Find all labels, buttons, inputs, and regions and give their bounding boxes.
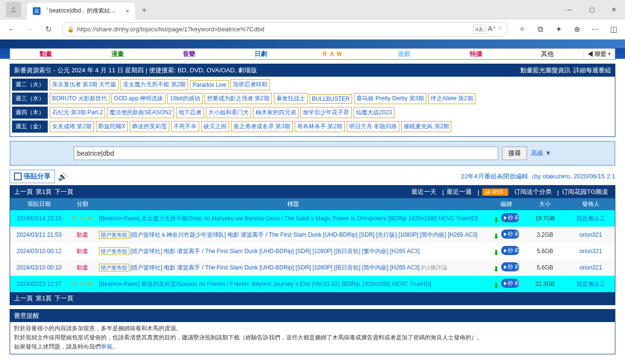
schedule-item[interactable]: 大小姐和看门犬 xyxy=(206,107,251,118)
nav-drama[interactable]: 日劇 xyxy=(225,50,297,58)
title-link[interactable]: [Beatrice-Raws] 圣女魔力无所不能/Seijo no Maryok… xyxy=(99,215,477,222)
sidebar-icon[interactable]: ◫ xyxy=(606,22,621,37)
nav-game[interactable]: 遊戲 xyxy=(368,50,440,58)
schedule-item[interactable]: 暴食狂战士 xyxy=(274,93,308,104)
schedule-item[interactable]: 哥布林杀手 第2期 xyxy=(295,121,345,132)
search-button[interactable]: 搜尋 xyxy=(502,147,527,160)
schedule-item[interactable]: 魔法使的新娘SEASON2 xyxy=(107,107,174,118)
tab-close-icon[interactable]: × xyxy=(125,7,129,15)
schedule-item[interactable]: 催眠麦克风 第2期 xyxy=(401,121,451,132)
reader-icon[interactable]: A⁺ xyxy=(488,25,496,34)
downloads-icon[interactable]: ⊕ xyxy=(569,22,584,37)
report-link[interactable]: 舉報 xyxy=(101,343,112,350)
title-link[interactable]: [猎户篮球社] 电影 灌篮高手 / The First Slam Dunk [U… xyxy=(130,248,420,255)
address-bar[interactable]: 🔒 https://share.dmhy.org/topics/list/pag… xyxy=(62,22,508,37)
schedule-item[interactable]: 葬送的芙莉莲 xyxy=(130,121,169,132)
maximize-button[interactable]: ▢ xyxy=(581,0,603,19)
back-button[interactable]: ← xyxy=(4,22,19,37)
cell-category[interactable]: ＲＡＷ xyxy=(68,276,97,292)
title-link[interactable]: [猎户篮球社＆神奈川冇题少年篮球队] 电影 灌篮高手 / The First S… xyxy=(130,231,477,238)
schedule-item[interactable]: 圣女魔力无所不能 第2期 xyxy=(121,79,188,90)
forward-button[interactable]: → xyxy=(22,22,38,37)
nav-other[interactable]: 其他 xyxy=(512,50,584,58)
schedule-item[interactable]: GOD.app 神明选拔 xyxy=(111,93,165,104)
schedule-item[interactable]: 想要成为影之强者 第2期 xyxy=(204,93,272,104)
cell-publisher[interactable]: orion321 xyxy=(567,243,615,259)
schedule-item[interactable]: Paradox Live xyxy=(190,80,229,90)
schedule-item[interactable]: 不死不幸 xyxy=(171,121,199,132)
translate-badge[interactable]: aあ xyxy=(473,25,486,34)
schedule-item[interactable]: 绊之Allele 第2期 xyxy=(428,93,475,104)
download-icon[interactable]: ⬇ xyxy=(493,249,499,256)
instant-play-button[interactable]: 秒 莉 xyxy=(501,279,519,288)
schedule-item[interactable]: 破灭之国 xyxy=(201,121,229,132)
subscribe-category-link[interactable]: 订阅这个分类 xyxy=(514,188,552,196)
title-link[interactable]: [猎户篮球社] 电影 灌篮高手 / The First Slam Dunk [U… xyxy=(130,264,420,271)
title-link[interactable]: [Beatrice-Raws] 葬送的芙莉莲/Sousou no Frieren… xyxy=(99,281,431,287)
pager-prev[interactable]: 上一頁 xyxy=(14,188,33,196)
recent-week-link[interactable]: 最近一週 xyxy=(447,188,472,196)
download-icon[interactable]: ⬇ xyxy=(493,232,499,240)
nav-alliance[interactable]: 聯盟 + xyxy=(584,50,615,58)
nav-manga[interactable]: 漫畫 xyxy=(82,50,154,58)
group-tag[interactable]: 猎户发布组 xyxy=(99,247,129,255)
instant-play-button[interactable]: 秒 莉 xyxy=(501,213,519,222)
schedule-item[interactable]: 地下忍者 xyxy=(176,107,204,118)
download-icon[interactable]: ⬇ xyxy=(493,265,499,273)
sound-icon[interactable]: 🔊 xyxy=(58,172,68,181)
download-icon[interactable]: ⬇ xyxy=(493,216,499,224)
close-window-button[interactable]: ✕ xyxy=(603,0,625,19)
extensions-icon[interactable]: ✧ xyxy=(514,22,530,37)
favorite-icon[interactable]: ☆ xyxy=(498,25,503,34)
post-share-button[interactable]: 張貼分享 xyxy=(10,170,55,183)
cell-category[interactable]: 動畫 xyxy=(68,243,97,259)
schedule-item[interactable]: 放学后少年花子君 xyxy=(300,107,352,118)
browser-tab[interactable]: 花 「beatrice|dbd」的搜索結果 - 動 × xyxy=(27,3,135,19)
schedule-item[interactable]: 柚木家的四兄弟 xyxy=(253,107,299,118)
schedule-item[interactable]: BULLBUSTER xyxy=(310,94,353,104)
advanced-search-link[interactable]: 高級 ▼ xyxy=(531,149,551,158)
cell-publisher[interactable]: orion321 xyxy=(567,227,615,243)
pager-next[interactable]: 下一頁 xyxy=(54,188,73,196)
cell-publisher[interactable]: orion321 xyxy=(567,259,615,276)
schedule-item[interactable]: 16bit的感动 xyxy=(167,93,202,104)
schedule-item[interactable]: 仙魔大战2023 xyxy=(353,107,394,118)
schedule-item[interactable]: 盾之勇者成名录 第3期 xyxy=(231,121,293,132)
cell-publisher[interactable]: 我是搬运工 xyxy=(567,210,615,227)
weekly-detail-link[interactable]: 詳細每週番組 xyxy=(573,66,611,75)
schedule-item[interactable]: 爵旋陀螺X xyxy=(96,121,128,132)
group-tag[interactable]: 猎户发布组 xyxy=(99,231,129,239)
schedule-item[interactable]: BORUTO 火影新世代 xyxy=(50,93,109,104)
schedule-item[interactable]: 石纪元 第3期 Part.2 xyxy=(50,107,105,118)
cell-publisher[interactable]: 我是搬运工 xyxy=(567,276,615,292)
cell-category[interactable]: ＲＡＷ xyxy=(68,210,97,227)
nav-raw[interactable]: ＲＡＷ xyxy=(297,50,368,58)
pager-prev-bottom[interactable]: 上一頁 xyxy=(14,294,33,303)
recent-day-link[interactable]: 最近一天 xyxy=(411,188,436,196)
new-tab-button[interactable]: ＋ xyxy=(140,4,149,15)
download-icon[interactable]: ⬇ xyxy=(493,282,499,289)
minimize-button[interactable]: ─ xyxy=(558,0,581,19)
user-profile-icon[interactable] xyxy=(6,2,21,17)
search-input[interactable] xyxy=(74,147,498,160)
group-tag[interactable]: 猎户发布组 xyxy=(99,264,129,271)
collections-icon[interactable]: ✦ xyxy=(551,22,566,37)
nav-toku[interactable]: 特攝 xyxy=(440,50,512,58)
schedule-item[interactable]: 赛马娘 Pretty Derby 第3期 xyxy=(354,93,426,104)
split-icon[interactable]: ⧉ xyxy=(532,22,548,37)
instant-play-button[interactable]: 秒 莉 xyxy=(501,229,519,239)
pager-next-bottom[interactable]: 下一頁 xyxy=(54,294,73,303)
schedule-item[interactable]: 加密忍者咲耶 xyxy=(231,79,270,90)
menu-icon[interactable]: ⋯ xyxy=(587,22,603,37)
nav-music[interactable]: 音樂 xyxy=(153,50,225,58)
instant-play-button[interactable]: 秒 莉 xyxy=(501,262,519,271)
schedule-item[interactable]: 明日方舟 冬隐归路 xyxy=(347,121,399,132)
subscribe-tg-link[interactable]: 订阅花园TG频道 xyxy=(562,188,608,196)
instant-play-button[interactable]: 秒 莉 xyxy=(501,246,519,255)
schedule-item[interactable]: 东京复仇者 第3期 天竺篇 xyxy=(50,79,119,90)
nav-anime[interactable]: 動畫 xyxy=(10,50,82,58)
cell-category[interactable]: 動畫 xyxy=(68,259,97,276)
cell-category[interactable]: 動畫 xyxy=(68,227,97,243)
refresh-button[interactable]: ↻ xyxy=(41,22,56,37)
bluray-info-link[interactable]: 動畫藍光圖盤資訊 xyxy=(520,66,571,75)
